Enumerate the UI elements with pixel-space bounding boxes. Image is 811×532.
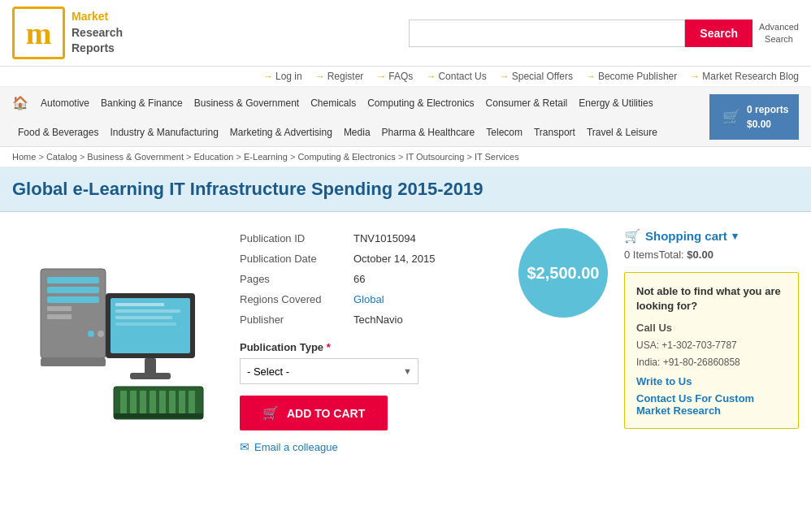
cat-automotive[interactable]: Automotive <box>35 89 95 117</box>
svg-rect-22 <box>159 391 166 413</box>
help-title: Not able to find what you are looking fo… <box>636 284 787 314</box>
cat-media[interactable]: Media <box>338 119 376 146</box>
cart-label: 0 reports$0.00 <box>747 102 788 132</box>
pages-label: Pages <box>240 269 353 289</box>
breadcrumb-catalog[interactable]: Catalog <box>46 152 77 162</box>
usa-phone: USA: +1-302-703-7787 <box>636 337 787 353</box>
cart-items-total: 0 ItemsTotal: $0.00 <box>624 249 799 261</box>
publication-type-select[interactable]: - Select - Single User PDF Multi User PD… <box>240 358 419 384</box>
svg-rect-18 <box>120 391 127 413</box>
cat-consumer[interactable]: Consumer & Retail <box>480 89 574 117</box>
sidebar: 🛒 Shopping cart ▾ 0 ItemsTotal: $0.00 No… <box>624 228 799 429</box>
regions-label: Regions Covered <box>240 289 353 309</box>
cat-chemicals[interactable]: Chemicals <box>305 89 362 117</box>
cat-pharma[interactable]: Pharma & Healthcare <box>376 119 481 146</box>
pub-id-value: TNV1015094 <box>353 228 441 249</box>
email-colleague-link[interactable]: ✉ Email a colleague <box>240 440 502 453</box>
svg-rect-14 <box>115 322 176 326</box>
cat-marketing[interactable]: Marketing & Advertising <box>224 119 338 146</box>
nav-special-offers[interactable]: →Special Offers <box>500 71 573 82</box>
breadcrumb-it-outsourcing[interactable]: IT Outsourcing <box>406 152 464 162</box>
cat-business[interactable]: Business & Government <box>189 89 305 117</box>
pub-type-label: Publication Type * <box>240 341 502 353</box>
cat-energy[interactable]: Energy & Utilities <box>573 89 658 117</box>
nav-register[interactable]: →Register <box>315 71 364 82</box>
pages-value: 66 <box>353 269 441 289</box>
svg-rect-8 <box>41 358 106 366</box>
cart-dropdown-icon[interactable]: ▾ <box>732 230 738 242</box>
cart-icon: 🛒 <box>722 108 740 126</box>
cat-travel[interactable]: Travel & Leisure <box>581 119 663 146</box>
breadcrumb-home[interactable]: Home <box>12 152 36 162</box>
svg-rect-16 <box>130 373 171 379</box>
svg-rect-13 <box>115 316 172 319</box>
nav-faqs[interactable]: →FAQs <box>376 71 413 82</box>
svg-rect-19 <box>130 391 137 413</box>
search-button[interactable]: Search <box>685 19 752 47</box>
svg-point-6 <box>88 331 94 337</box>
page-title-bar: Global e-Learning IT Infrastructure Spen… <box>0 167 811 212</box>
cat-industry[interactable]: Industry & Manufacturing <box>104 119 223 146</box>
top-nav: →Log in →Register →FAQs →Contact Us →Spe… <box>0 67 811 87</box>
breadcrumb-computing[interactable]: Computing & Electronics <box>297 152 395 162</box>
cart-big-button[interactable]: 🛒 0 reports$0.00 <box>709 94 799 140</box>
search-area: Search AdvancedSearch <box>409 19 799 47</box>
svg-rect-2 <box>47 287 99 293</box>
price-area: $2,500.00 <box>510 228 616 318</box>
add-to-cart-label: ADD TO CART <box>287 407 365 420</box>
page-title: Global e-Learning IT Infrastructure Spen… <box>12 179 799 200</box>
breadcrumb-business[interactable]: Business & Government <box>87 152 184 162</box>
svg-rect-24 <box>179 391 185 413</box>
nav-login[interactable]: →Log in <box>263 71 302 82</box>
advanced-search-link[interactable]: AdvancedSearch <box>759 21 799 45</box>
svg-rect-26 <box>114 413 203 418</box>
breadcrumb: Home > Catalog > Business & Government >… <box>0 147 811 167</box>
select-wrapper: - Select - Single User PDF Multi User PD… <box>240 358 419 384</box>
help-box: Not able to find what you are looking fo… <box>624 272 799 429</box>
svg-rect-4 <box>47 306 72 311</box>
logo-text: Market Research Reports <box>72 9 123 57</box>
category-nav: 🏠 Automotive Banking & Finance Business … <box>0 87 811 147</box>
search-input[interactable] <box>409 19 685 47</box>
svg-rect-11 <box>115 303 164 306</box>
shopping-cart-title[interactable]: Shopping cart <box>645 229 727 243</box>
svg-rect-3 <box>47 296 99 303</box>
svg-rect-20 <box>140 391 146 413</box>
svg-rect-21 <box>150 391 156 413</box>
svg-point-7 <box>98 331 104 337</box>
nav-contact[interactable]: →Contact Us <box>426 71 486 82</box>
price-badge: $2,500.00 <box>518 228 608 318</box>
cat-food[interactable]: Food & Beverages <box>12 119 104 146</box>
contact-custom-link[interactable]: Contact Us For Custom Market Research <box>636 392 787 417</box>
cat-transport[interactable]: Transport <box>528 119 581 146</box>
svg-rect-15 <box>145 358 156 374</box>
home-icon[interactable]: 🏠 <box>12 87 35 119</box>
svg-rect-25 <box>189 391 195 413</box>
india-phone: India: +91-80-26860858 <box>636 354 787 370</box>
publisher-label: Publisher <box>240 309 353 330</box>
cart-add-icon: 🛒 <box>262 405 279 421</box>
svg-rect-23 <box>169 391 176 413</box>
breadcrumb-elearning[interactable]: E-Learning <box>244 152 288 162</box>
shopping-cart-widget: 🛒 Shopping cart ▾ 0 ItemsTotal: $0.00 <box>624 228 799 261</box>
breadcrumb-it-services[interactable]: IT Services <box>475 152 519 162</box>
nav-become-publisher[interactable]: →Become Publisher <box>586 71 677 82</box>
logo[interactable]: m Market Research Reports <box>12 6 123 59</box>
pub-date-label: Publication Date <box>240 249 353 269</box>
detail-table: Publication ID TNV1015094 Publication Da… <box>240 228 441 330</box>
product-image <box>16 228 228 431</box>
svg-rect-12 <box>115 309 180 313</box>
cat-telecom[interactable]: Telecom <box>480 119 528 146</box>
email-icon: ✉ <box>240 440 249 453</box>
write-to-us-link[interactable]: Write to Us <box>636 375 787 387</box>
publisher-value: TechNavio <box>353 309 441 330</box>
breadcrumb-education[interactable]: Education <box>194 152 234 162</box>
pub-date-value: October 14, 2015 <box>353 249 441 269</box>
cat-banking[interactable]: Banking & Finance <box>95 89 189 117</box>
cat-computing[interactable]: Computing & Electronics <box>362 89 479 117</box>
regions-value[interactable]: Global <box>353 289 441 309</box>
nav-blog[interactable]: →Market Research Blog <box>690 71 799 82</box>
logo-letter: m <box>26 15 52 51</box>
svg-rect-1 <box>47 277 99 283</box>
add-to-cart-button[interactable]: 🛒 ADD TO CART <box>240 396 388 430</box>
